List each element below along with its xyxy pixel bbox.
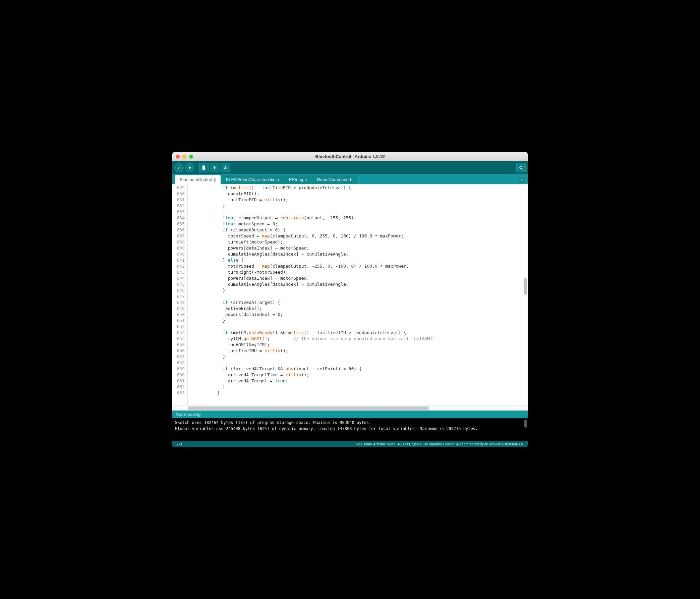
code-line: lastTimeIMU = millis(); [191,348,528,354]
line-number: 631 [172,197,188,203]
line-number: 650 [172,312,188,318]
line-number: 652 [172,324,188,330]
code-line: arrivedAtTargetTime = millis(); [191,372,528,378]
tab-bluetoothcontrol-[interactable]: BluetoothControl § [175,175,221,184]
code-line: } [191,318,528,324]
line-number: 657 [172,354,188,360]
code-line: if (!arrivedAtTarget && abs(input - setP… [191,366,528,372]
tab-bar: BluetoothControl §BLECStringCharacterist… [172,174,528,184]
line-number: 634 [172,215,188,221]
line-number: 645 [172,281,188,287]
upload-button[interactable] [185,163,195,172]
line-number: 658 [172,360,188,366]
serial-monitor-button[interactable] [516,163,526,172]
code-line: if (millis() - lastTimePID > pidUpdateIn… [191,185,528,191]
tab-menu-dropdown[interactable] [519,177,525,183]
line-number: 635 [172,221,188,227]
code-line: } [191,203,528,209]
code-line: updatePID(); [191,191,528,197]
code-line: } [191,390,528,396]
code-line: activeBrake(); [191,306,528,312]
line-number: 655 [172,342,188,348]
code-line [191,360,528,366]
line-number: 640 [172,251,188,257]
line-number: 632 [172,203,188,209]
code-editor[interactable]: 6296306316326336346356366376386396406416… [172,184,528,405]
minimize-window-button[interactable] [182,154,186,159]
code-area[interactable]: if (millis() - lastTimePID > pidUpdateIn… [188,184,528,405]
status-message: Done Saving. [172,410,528,418]
code-line: arrivedAtTarget = true; [191,378,528,384]
line-number: 659 [172,366,188,372]
footer-status-bar: 659 RedBoard Artemis Nano, 460800, Spark… [172,441,528,447]
board-port-info: RedBoard Artemis Nano, 460800, SparkFun … [356,442,524,446]
cursor-line-number: 659 [176,442,182,446]
line-number: 662 [172,384,188,390]
code-line: if (arrivedAtTarget) { [191,300,528,306]
line-number: 637 [172,233,188,239]
line-number: 661 [172,378,188,384]
code-line: float motorSpeed = 0; [191,221,528,227]
code-line: } [191,354,528,360]
line-number: 638 [172,239,188,245]
verify-button[interactable] [174,163,184,172]
code-line: powers[dataIndex] = motorSpeed; [191,245,528,251]
code-line: myICM.getAGMT(); // The values are only … [191,336,528,342]
line-number: 636 [172,227,188,233]
line-number: 651 [172,318,188,324]
arduino-ide-window: BluetoothControl | Arduino 1.8.19 [172,152,528,447]
vertical-scrollbar[interactable] [523,184,527,405]
horizontal-scrollbar[interactable] [172,405,528,410]
svg-point-0 [520,166,522,168]
line-number: 660 [172,372,188,378]
horizontal-scrollbar-thumb[interactable] [188,406,429,410]
code-line: turnRight(-motorSpeed); [191,269,528,275]
tab-blecstringcharacteristic-h[interactable]: BLECStringCharacteristic.h [221,175,284,184]
code-line: motorSpeed = map(clampedOutput, -255, 0,… [191,263,528,269]
code-line: lastTimePID = millis(); [191,197,528,203]
code-line: cumulativeAngles[dataIndex] = cumulative… [191,251,528,257]
line-number: 653 [172,330,188,336]
code-line [191,209,528,215]
code-line [191,324,528,330]
code-line: cumulativeAngles[dataIndex] = cumulative… [191,281,528,287]
open-sketch-button[interactable] [210,163,219,172]
code-line: } [191,384,528,390]
tab-estring-h[interactable]: EString.h [284,175,311,184]
line-number: 633 [172,209,188,215]
tab-robotcommand-h[interactable]: RobotCommand.h [312,175,357,184]
line-number: 654 [172,336,188,342]
code-line: powers[dataIndex] = motorSpeed; [191,275,528,281]
code-line: float clampedOutput = constrain(output, … [191,215,528,221]
line-number: 646 [172,287,188,293]
code-line: powers[dataIndex] = 0; [191,312,528,318]
output-console[interactable]: Sketch uses 182464 bytes (18%) of progra… [172,418,528,441]
line-number: 648 [172,300,188,306]
code-line: } else { [191,257,528,263]
line-number: 630 [172,191,188,197]
line-number: 629 [172,185,188,191]
code-line: logAGMT(&myICM); [191,342,528,348]
window-controls [176,154,193,159]
line-number: 642 [172,263,188,269]
console-scrollbar-thumb[interactable] [524,420,527,428]
console-line: Sketch uses 182464 bytes (18%) of progra… [175,420,525,426]
titlebar: BluetoothControl | Arduino 1.8.19 [172,152,528,161]
zoom-window-button[interactable] [189,154,193,159]
vertical-scrollbar-thumb[interactable] [524,278,527,295]
code-line: if (myICM.dataReady() && millis() - last… [191,330,528,336]
window-title: BluetoothControl | Arduino 1.8.19 [172,154,528,159]
toolbar [172,161,528,174]
code-line: turnLeft(motorSpeed); [191,239,528,245]
line-number: 647 [172,293,188,300]
line-number: 644 [172,275,188,281]
new-sketch-button[interactable] [199,163,208,172]
code-line: motorSpeed = map(clampedOutput, 0, 255, … [191,233,528,239]
close-window-button[interactable] [176,154,180,159]
line-number: 656 [172,348,188,354]
save-sketch-button[interactable] [221,163,230,172]
line-number: 663 [172,390,188,396]
code-line: if (clampedOutput > 0) { [191,227,528,233]
line-number: 643 [172,269,188,275]
code-line: } [191,287,528,293]
